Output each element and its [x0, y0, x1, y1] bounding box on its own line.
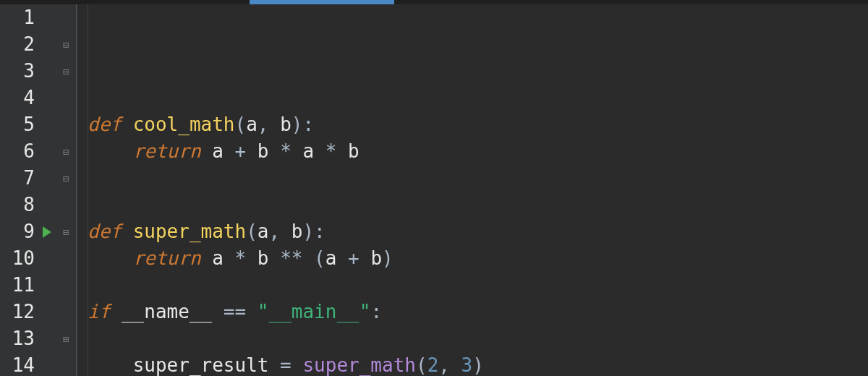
fold-gutter-cell[interactable]: ⊟: [56, 218, 76, 245]
code-line[interactable]: def super_math(a, b):: [88, 218, 868, 245]
run-gutter-cell[interactable]: [38, 299, 56, 325]
fold-gutter-cell[interactable]: [56, 111, 76, 138]
token-var: b: [280, 111, 292, 138]
token-var: a: [212, 138, 224, 165]
token-var: [88, 245, 133, 272]
code-area[interactable]: def cool_math(a, b): return a + b * a * …: [77, 4, 868, 376]
line-number: 4: [0, 85, 36, 111]
code-line[interactable]: [88, 192, 868, 218]
run-gutter-cell[interactable]: [38, 85, 56, 111]
line-number: 2: [0, 31, 36, 58]
token-par: ): [292, 111, 303, 138]
token-num: 2: [427, 352, 439, 376]
token-par: (: [416, 352, 427, 376]
token-str: "__main__": [258, 299, 371, 325]
token-kw: if: [88, 299, 122, 325]
token-var: a: [258, 218, 269, 245]
token-var: a: [302, 138, 314, 165]
fold-gutter-cell[interactable]: [56, 352, 76, 376]
token-var: a: [212, 245, 224, 272]
line-number: 9: [0, 218, 36, 245]
token-var: a: [326, 245, 337, 272]
token-fn: super_math: [133, 218, 247, 245]
token-par: :: [302, 111, 314, 138]
fold-close-icon[interactable]: ⊟: [63, 67, 69, 77]
run-gutter-cell[interactable]: [38, 325, 56, 352]
line-numbers: 1234567891011121314: [0, 4, 38, 376]
token-par: :: [314, 218, 326, 245]
run-gutter[interactable]: [38, 4, 56, 376]
token-par: :: [370, 299, 382, 325]
line-number: 8: [0, 192, 36, 218]
fold-gutter-cell[interactable]: ⊟: [56, 31, 76, 58]
line-number: 7: [0, 165, 36, 192]
token-call: super_math: [302, 352, 416, 376]
token-par: ,: [268, 218, 291, 245]
fold-close-icon[interactable]: ⊟: [63, 174, 69, 184]
token-var: b: [348, 138, 359, 165]
token-par: ,: [438, 352, 461, 376]
run-gutter-cell[interactable]: [38, 165, 56, 192]
token-par: (: [246, 218, 258, 245]
fold-gutter-cell[interactable]: [56, 192, 76, 218]
token-op: **: [268, 245, 314, 272]
token-par: ,: [258, 111, 280, 138]
line-number: 14: [0, 352, 36, 376]
run-gutter-cell[interactable]: [38, 138, 56, 165]
fold-gutter-cell[interactable]: ⊟: [56, 165, 76, 192]
token-fn: cool_math: [133, 111, 235, 138]
token-kw: def: [88, 111, 133, 138]
token-op: *: [268, 138, 302, 165]
run-gutter-cell[interactable]: [38, 31, 56, 58]
fold-open-icon[interactable]: ⊟: [63, 40, 69, 50]
fold-gutter-cell[interactable]: [56, 245, 76, 272]
code-line[interactable]: return a + b * a * b: [88, 138, 868, 165]
code-line[interactable]: [88, 272, 868, 299]
fold-gutter-cell[interactable]: ⊟: [56, 325, 76, 352]
run-gutter-cell[interactable]: [38, 218, 56, 245]
line-number: 11: [0, 272, 36, 299]
run-gutter-cell[interactable]: [38, 192, 56, 218]
code-line[interactable]: def cool_math(a, b):: [88, 111, 868, 138]
fold-gutter-cell[interactable]: [56, 272, 76, 299]
token-par: (: [235, 111, 247, 138]
run-gutter-cell[interactable]: [38, 245, 56, 272]
token-par: (: [314, 245, 326, 272]
token-var: [88, 352, 133, 376]
token-op: +: [336, 245, 370, 272]
run-gutter-cell[interactable]: [38, 272, 56, 299]
run-gutter-cell[interactable]: [38, 111, 56, 138]
line-number: 12: [0, 299, 36, 325]
fold-gutter[interactable]: ⊟⊟⊟⊟⊟⊟: [56, 4, 77, 376]
token-op: =: [268, 352, 302, 376]
token-kw: def: [88, 218, 133, 245]
fold-gutter-cell[interactable]: ⊟: [56, 138, 76, 165]
fold-close-icon[interactable]: ⊟: [63, 334, 69, 344]
run-gutter-cell[interactable]: [38, 352, 56, 376]
code-line[interactable]: super_result = super_math(2, 3): [88, 352, 868, 376]
run-gutter-cell[interactable]: [38, 58, 56, 85]
fold-gutter-cell[interactable]: [56, 299, 76, 325]
fold-open-icon[interactable]: ⊟: [63, 147, 69, 157]
token-var: b: [258, 245, 269, 272]
token-var: super_result: [133, 352, 269, 376]
token-var: [88, 138, 133, 165]
indent-guide: [88, 4, 88, 376]
code-line[interactable]: return a * b ** (a + b): [88, 245, 868, 272]
token-kw: return: [133, 245, 213, 272]
code-line[interactable]: [88, 325, 868, 352]
run-icon[interactable]: [43, 226, 51, 238]
run-gutter-cell[interactable]: [38, 4, 56, 31]
token-op: *: [224, 245, 258, 272]
code-line[interactable]: [88, 85, 868, 111]
token-op: ==: [212, 299, 258, 325]
fold-gutter-cell[interactable]: [56, 85, 76, 111]
fold-gutter-cell[interactable]: [56, 4, 76, 31]
token-par: ): [472, 352, 484, 376]
fold-open-icon[interactable]: ⊟: [63, 227, 69, 237]
fold-gutter-cell[interactable]: ⊟: [56, 58, 76, 85]
code-line[interactable]: [88, 165, 868, 192]
gutter: 1234567891011121314 ⊟⊟⊟⊟⊟⊟: [0, 4, 77, 376]
editor[interactable]: 1234567891011121314 ⊟⊟⊟⊟⊟⊟ def cool_math…: [0, 4, 868, 376]
code-line[interactable]: if __name__ == "__main__":: [88, 299, 868, 325]
